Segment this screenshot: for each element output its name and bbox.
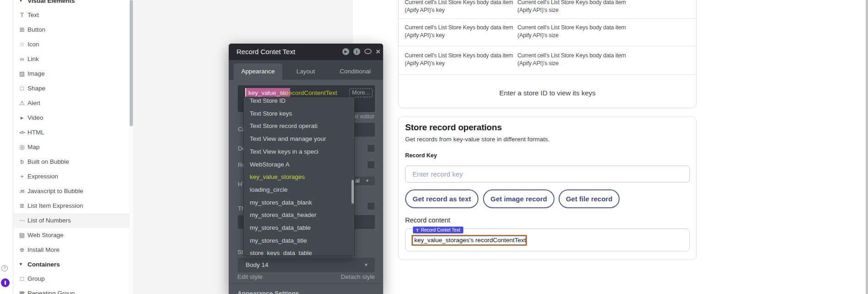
sidebar-section-visual-elements[interactable]: ▼Visual Elements [13,0,130,8]
expression-more-button[interactable]: More... [349,89,373,97]
collapse-caret-icon: ▼ [19,0,23,8]
dropdown-option-my-stores-data-table[interactable]: my_stores_data_table [244,222,354,234]
checkbox-th[interactable] [367,202,375,210]
bubble-editor: ? ▼Visual ElementsTText⊞Button☆Icon∞Link… [0,0,868,294]
get-image-record-button[interactable]: Get image record [483,189,555,208]
cell-key: Current cell's List Store Keys body data… [405,24,519,39]
page-scrollbar[interactable] [866,0,868,294]
bubble-icon: b [18,155,26,169]
sidebar-item-image[interactable]: ▨Image [13,67,130,81]
dropdown-scrollbar-thumb[interactable] [352,180,354,204]
dropdown-option-my-stores-data-blank[interactable]: my_stores_data_blank [244,196,354,209]
dropdown-option-my-stores-data-title[interactable]: my_stores_data_title [244,234,354,247]
dropdown-option-text-view-and-manage-your[interactable]: Text View and manage your [244,133,354,145]
table-row: Current cell's List Store Keys body data… [399,19,696,46]
sidebar-item-shape[interactable]: □Shape [13,81,130,96]
sidebar-item-icon[interactable]: ☆Icon [13,37,130,52]
dropdown-option-text-view-keys-in-a-speci[interactable]: Text View keys in a speci [244,145,354,158]
selected-element-badge: TRecord Contet Text [413,227,463,233]
list-item-expression-icon: ≣ [18,199,26,213]
element-palette-sidebar: ▼Visual ElementsTText⊞Button☆Icon∞Link▨I… [13,0,130,294]
dropdown-option-store-keys-data-table[interactable]: store_keys_data_table [244,247,354,256]
dropdown-option-key-value-storages[interactable]: key_value_storages [244,171,354,183]
sidebar-scrollbar-thumb[interactable] [130,0,133,126]
button-icon: ⊞ [18,22,26,37]
comment-icon[interactable] [364,49,372,54]
link-icon: ∞ [18,52,26,67]
alert-icon: ⚠ [18,96,26,111]
rich-text-editor-link[interactable]: xt editor [354,113,374,120]
sidebar-item-button[interactable]: ⊞Button [13,22,130,37]
left-rail: ? [0,0,13,294]
sidebar-item-web-storage[interactable]: ▤Web Storage [13,228,130,243]
sidebar-item-text[interactable]: TText [13,8,130,22]
card-title: Store record operations [405,122,502,133]
repeating-group-icon: ▦ [18,286,26,294]
star-icon: ☆ [18,37,26,52]
record-key-input[interactable] [405,166,690,183]
dropdown-option-webstorage-a[interactable]: WebStorage A [244,158,354,171]
sidebar-item-list-of-numbers[interactable]: ⋯List of Numbers [13,213,130,228]
chevron-down-icon: ▼ [364,258,368,272]
sidebar-item-list-item-expression[interactable]: ≣List Item Expression [13,199,130,213]
record-content-text-element[interactable]: key_value_storages's recordContentText [412,235,527,246]
record-content-label: Record content [405,216,450,224]
get-record-as-text-button[interactable]: Get record as text [405,189,478,208]
dropdown-option-text-store-id[interactable]: Text Store ID [244,97,354,107]
dropdown-option-loading-circle[interactable]: loading_circle [244,183,354,196]
list-of-numbers-icon: ⋯ [18,213,26,228]
panel-titlebar[interactable]: Record Contet Text ▶ i × [229,44,383,60]
help-icon[interactable]: ? [1,265,8,272]
collapse-caret-icon: ▼ [19,257,23,272]
panel-divider [229,283,383,284]
sidebar-item-javascript-to-bubble[interactable]: JSJavascript to Bubble [13,184,130,199]
style-select[interactable]: Body 14 ▼ [238,258,375,272]
checkbox-do[interactable] [367,144,375,152]
panel-title: Record Contet Text [236,44,295,60]
edit-style-link[interactable]: Edit style [237,273,263,280]
table-row: Current cell's List Store Keys body data… [399,46,696,75]
messenger-glyph-icon [5,281,6,285]
install-more-icon: ⊕ [18,243,26,257]
close-icon[interactable]: × [376,47,383,55]
sidebar-item-install-more[interactable]: ⊕Install More [13,243,130,257]
js-icon: JS [18,184,26,199]
sidebar-item-built-on-bubble[interactable]: bBuilt on Bubble [13,155,130,169]
image-icon: ▨ [18,67,26,81]
sidebar-item-expression[interactable]: +Expression [13,169,130,184]
messenger-icon[interactable] [1,278,10,287]
tab-conditional[interactable]: Conditional [330,63,380,80]
text-icon: T [18,8,26,22]
dropdown-option-text-store-keys[interactable]: Text Store keys [244,107,354,120]
panel-tabbar: Appearance Layout Conditional [229,60,383,80]
preview-icon[interactable]: ▶ [342,48,349,55]
get-file-record-button[interactable]: Get file record [559,189,620,208]
empty-state-message: Enter a store ID to view its keys [399,89,696,97]
sidebar-item-alert[interactable]: ⚠Alert [13,96,130,111]
chevron-down-icon: ▼ [365,177,369,185]
detach-style-link[interactable]: Detach style [341,273,375,280]
cell-size: Current cell's List Store Keys body data… [517,52,637,67]
cell-size: Current cell's List Store Keys body data… [517,24,637,39]
cell-key: Current cell's List Store Keys body data… [405,0,519,14]
expression-autocomplete-dropdown: Text Store IDText Store keysText Store r… [243,97,355,256]
checkbox-re[interactable] [367,161,375,169]
tab-appearance[interactable]: Appearance [234,63,282,80]
group-icon: □ [18,272,26,286]
sidebar-item-repeating-group[interactable]: ▦Repeating Group [13,286,130,294]
expression-suffix[interactable]: 's recordContentText [280,88,337,98]
tab-layout[interactable]: Layout [283,63,329,80]
sidebar-item-group[interactable]: □Group [13,272,130,286]
sidebar-section-containers[interactable]: ▼Containers [13,257,130,272]
appearance-settings-header: Appearance Settings [237,290,299,294]
sidebar-item-map[interactable]: ◎Map [13,140,130,155]
dropdown-option-text-store-record-operati[interactable]: Text Store record operati [244,120,354,133]
dropdown-option-my-stores-data-header[interactable]: my_stores_data_header [244,209,354,222]
web-storage-icon: ▤ [18,228,26,243]
sidebar-item-link[interactable]: ∞Link [13,52,130,67]
info-icon[interactable]: i [353,48,360,55]
sidebar-item-html[interactable]: </>HTML [13,125,130,140]
store-keys-card: Current cell's List Store Keys body data… [398,0,697,108]
sidebar-item-video[interactable]: ▸Video [13,111,130,125]
html-icon: </> [18,125,26,140]
